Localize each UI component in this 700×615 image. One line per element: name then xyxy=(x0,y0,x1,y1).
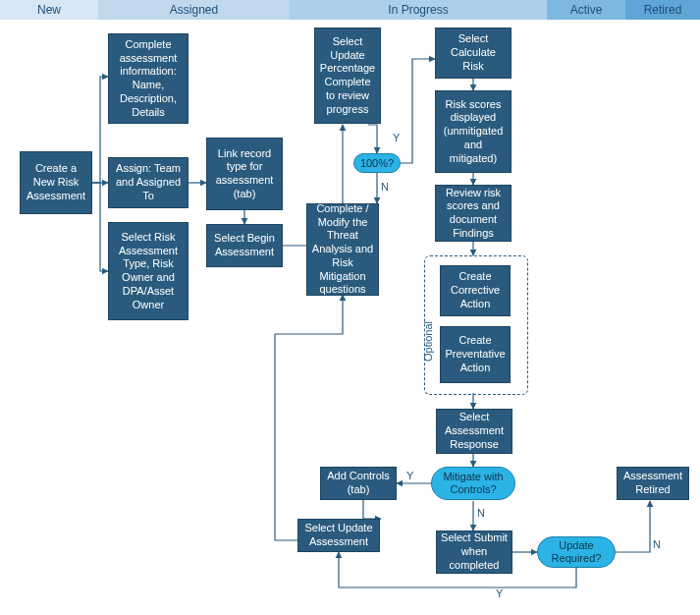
label-y-mitigate: Y xyxy=(406,470,413,481)
label-optional: Optional xyxy=(422,321,434,362)
node-update-percentage: Select Update Percentage Complete to rev… xyxy=(314,28,381,124)
label-y-100pct: Y xyxy=(393,132,400,143)
node-review-findings: Review risk scores and document Findings xyxy=(435,185,512,242)
lane-assigned: Assigned xyxy=(98,0,292,20)
label-n-update: N xyxy=(653,538,661,550)
node-risk-scores: Risk scores displayed (unmitigated and m… xyxy=(435,90,512,173)
node-submit-completed: Select Submit when completed xyxy=(436,531,512,574)
decision-mitigate-controls: Mitigate with Controls? xyxy=(431,467,515,500)
node-select-update-assessment: Select Update Assessment xyxy=(297,519,380,552)
flowchart-canvas: New Assigned In Progress Active Retired xyxy=(0,0,700,615)
decision-update-required: Update Required? xyxy=(537,536,616,568)
lane-retired: Retired xyxy=(625,0,700,20)
lane-new: New xyxy=(0,0,100,20)
node-add-controls: Add Controls (tab) xyxy=(320,467,397,500)
node-assign: Assign: Team and Assigned To xyxy=(108,157,188,208)
label-n-100pct: N xyxy=(381,181,389,193)
label-y-update: Y xyxy=(496,587,503,599)
lane-inprogress: In Progress xyxy=(290,0,549,20)
node-create-new: Create a New Risk Assessment xyxy=(20,151,92,214)
node-calc-risk: Select Calculate Risk xyxy=(435,28,512,79)
node-threat-questions: Complete / Modify the Threat Analysis an… xyxy=(306,203,379,296)
label-n-mitigate: N xyxy=(477,507,485,519)
node-assessment-response: Select Assessment Response xyxy=(436,409,512,454)
decision-100pct: 100%? xyxy=(353,153,401,173)
node-select-type: Select Risk Assessment Type, Risk Owner … xyxy=(108,222,188,320)
node-corrective-action: Create Corrective Action xyxy=(440,265,511,316)
node-begin-assessment: Select Begin Assessment xyxy=(206,224,283,267)
lane-active: Active xyxy=(547,0,627,20)
node-complete-info: Complete assessment information: Name, D… xyxy=(108,33,188,124)
node-link-record: Link record type for assessment (tab) xyxy=(206,138,283,210)
node-preventative-action: Create Preventative Action xyxy=(440,326,511,383)
node-assessment-retired: Assessment Retired xyxy=(617,467,689,500)
